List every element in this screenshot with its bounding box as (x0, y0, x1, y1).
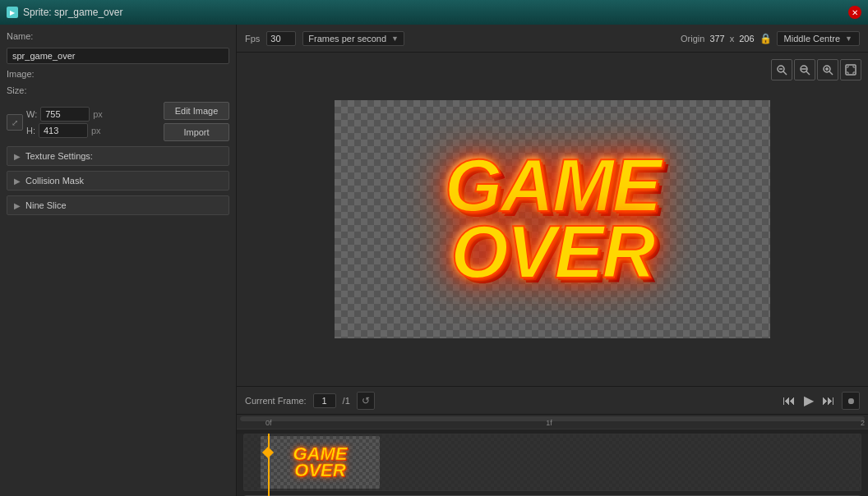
origin-label: Origin (681, 34, 704, 44)
timeline-content: GAMEOVER (237, 434, 868, 496)
fps-dropdown[interactable]: Frames per second ▼ (302, 31, 404, 46)
name-input[interactable] (7, 48, 229, 64)
toolbar: Fps Frames per second ▼ Origin 377 x 206… (237, 25, 868, 53)
texture-settings-label: Texture Settings: (25, 151, 93, 161)
height-unit: px (91, 126, 101, 135)
ruler-mark-1f: 1f (546, 419, 552, 427)
loop-icon: ↺ (362, 395, 370, 406)
collision-mask-section[interactable]: ▶ Collision Mask (7, 171, 229, 191)
timeline-playhead[interactable] (268, 434, 270, 496)
width-input[interactable] (40, 107, 90, 122)
svg-line-4 (806, 71, 810, 75)
zoom-controls (771, 59, 861, 80)
origin-x-value: 377 (709, 34, 724, 44)
playback-controls: ⏮ ▶ ⏭ ⏺ (781, 391, 860, 410)
right-panel: Fps Frames per second ▼ Origin 377 x 206… (237, 25, 868, 496)
main-container: Name: Image: Size: ⤢ W: px H: px (0, 25, 868, 496)
origin-dropdown-arrow-icon: ▼ (845, 34, 852, 43)
fit-screen-button[interactable] (840, 59, 861, 80)
image-label: Image: (7, 69, 229, 79)
lock-icon[interactable]: 🔒 (760, 33, 772, 44)
canvas-area: GAMEOVER (237, 53, 868, 386)
origin-mode-label: Middle Centre (784, 34, 840, 44)
size-label: Size: (7, 85, 229, 95)
origin-x-label: x (730, 34, 735, 44)
svg-line-7 (829, 71, 833, 75)
ruler-mark-2: 2 (861, 419, 865, 427)
zoom-in-button[interactable] (817, 59, 838, 80)
nine-slice-label: Nine Slice (25, 200, 67, 210)
fps-input[interactable] (266, 31, 296, 46)
svg-line-1 (783, 71, 787, 75)
thumbnail-game-over-text: GAMEOVER (293, 446, 348, 479)
game-over-preview: GAMEOVER (445, 153, 660, 286)
frame-total: /1 (343, 396, 350, 406)
close-button[interactable]: ✕ (848, 6, 861, 19)
fps-dropdown-arrow-icon: ▼ (391, 34, 399, 43)
window-title: Sprite: spr_game_over (23, 7, 122, 18)
current-frame-label: Current Frame: (245, 396, 307, 406)
animation-bar: Current Frame: /1 ↺ ⏮ ▶ ⏭ ⏺ (237, 386, 868, 414)
sprite-canvas: GAMEOVER (335, 100, 770, 338)
edit-image-button[interactable]: Edit Image (164, 102, 229, 120)
texture-arrow-icon: ▶ (14, 152, 21, 161)
timeline-track: GAMEOVER (243, 434, 861, 491)
fps-dropdown-label: Frames per second (308, 34, 386, 44)
ruler-mark-0f: 0f (265, 419, 272, 427)
texture-settings-section[interactable]: ▶ Texture Settings: (7, 146, 229, 166)
record-button[interactable]: ⏺ (842, 392, 860, 410)
timeline[interactable]: 0f 1f 2 GAMEOVER (237, 414, 868, 496)
zoom-out2-button[interactable] (794, 59, 815, 80)
fps-label: Fps (245, 34, 260, 44)
record-icon: ⏺ (847, 396, 856, 406)
collision-mask-label: Collision Mask (25, 176, 84, 186)
height-input[interactable] (39, 123, 88, 138)
resize-icon[interactable]: ⤢ (7, 114, 23, 131)
nine-slice-section[interactable]: ▶ Nine Slice (7, 195, 229, 215)
title-bar: ▶ Sprite: spr_game_over ✕ (0, 0, 868, 25)
name-label: Name: (7, 31, 229, 41)
app-icon: ▶ (7, 7, 18, 18)
origin-dropdown[interactable]: Middle Centre ▼ (777, 31, 860, 46)
timeline-ruler: 0f 1f 2 (237, 415, 868, 429)
origin-section: Origin 377 x 206 🔒 Middle Centre ▼ (681, 31, 860, 46)
loop-button[interactable]: ↺ (357, 392, 375, 410)
skip-forward-button[interactable]: ⏭ (820, 392, 837, 410)
collision-arrow-icon: ▶ (14, 177, 21, 186)
origin-y-value: 206 (739, 34, 754, 44)
zoom-out-button[interactable] (771, 59, 792, 80)
nine-slice-arrow-icon: ▶ (14, 201, 21, 210)
timeline-frame-thumbnail: GAMEOVER (261, 436, 380, 489)
play-button[interactable]: ▶ (802, 391, 815, 410)
import-button[interactable]: Import (164, 123, 229, 141)
skip-back-button[interactable]: ⏮ (781, 392, 797, 410)
frame-number-input[interactable] (313, 393, 336, 408)
width-unit: px (93, 109, 103, 119)
left-panel: Name: Image: Size: ⤢ W: px H: px (0, 25, 237, 496)
